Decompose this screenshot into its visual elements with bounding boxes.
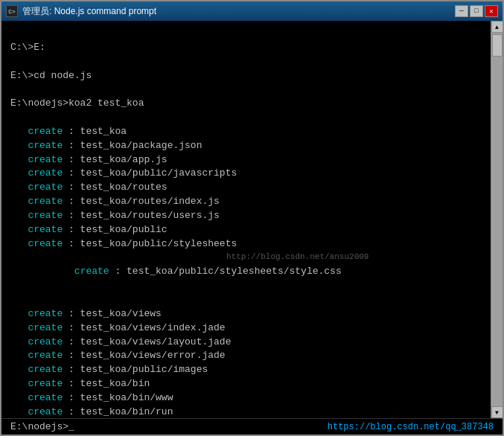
console-line: create : test_koa/routes/index.js [10,195,482,209]
console-line: create : test_koa/public/stylesheets/sty… [10,251,482,307]
console-line: create : test_koa [10,125,482,139]
console-line: create : test_koa/bin/run [10,405,482,418]
console-line: create : test_koa/app.js [10,153,482,167]
console-line [10,111,482,125]
console-area: C:\>E: E:\>cd node.js E:\nodejs>koa2 tes… [1,21,503,418]
console-line: C:\>E: [10,41,482,55]
console-line: create : test_koa/package.json [10,139,482,153]
scroll-thumb[interactable] [492,34,503,57]
console-line: create : test_koa/bin/www [10,391,482,405]
console-line: create : test_koa/views/index.jade [10,321,482,336]
console-line: create : test_koa/routes [10,181,482,195]
scroll-track [491,33,503,406]
console-line: create : test_koa/bin [10,377,482,391]
console-line [10,27,482,41]
console-line: create : test_koa/routes/users.js [10,209,482,223]
maximize-button[interactable]: □ [470,5,483,17]
close-button[interactable]: ✕ [485,5,498,17]
title-bar: C> 管理员: Node.js command prompt ─ □ ✕ [1,1,503,21]
window: C> 管理员: Node.js command prompt ─ □ ✕ C:\… [0,0,504,436]
console-line [10,55,482,69]
console-line: create : test_koa/public [10,223,482,237]
scrollbar[interactable]: ▲ ▼ [491,21,503,418]
console-line: create : test_koa/views/error.jade [10,349,482,363]
console-prompt: E:\nodejs>_ [10,421,74,432]
console-line: create : test_koa/views [10,307,482,321]
window-title: 管理员: Node.js command prompt [22,5,455,18]
scroll-down-button[interactable]: ▼ [491,406,503,418]
minimize-button[interactable]: ─ [455,5,468,17]
console-line: E:\nodejs>koa2 test_koa [10,97,482,111]
console-line: create : test_koa/public/javascripts [10,167,482,181]
status-link: https://blog.csdn.net/qq_387348 [328,422,494,432]
window-controls: ─ □ ✕ [455,5,498,17]
console-line: create : test_koa/views/layout.jade [10,336,482,350]
console-line: E:\>cd node.js [10,69,482,83]
console-content[interactable]: C:\>E: E:\>cd node.js E:\nodejs>koa2 tes… [1,21,491,418]
console-line: create : test_koa/public/images [10,363,482,377]
scroll-up-button[interactable]: ▲ [491,21,503,33]
console-line [10,83,482,97]
app-icon: C> [6,5,18,17]
status-bar: E:\nodejs>_ https://blog.csdn.net/qq_387… [1,418,503,435]
console-line: create : test_koa/public/stylesheets [10,237,482,251]
